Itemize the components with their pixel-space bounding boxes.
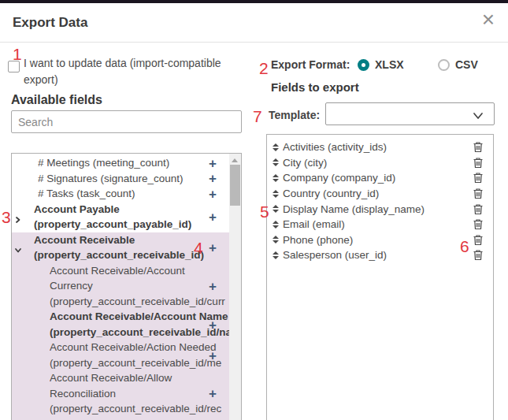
field-label-line: Account Receivable/Allowed: [50, 417, 230, 420]
delete-field-icon[interactable]: [473, 204, 483, 214]
field-label-line: Reconciliation: [50, 386, 230, 402]
scrollbar[interactable]: [229, 154, 241, 420]
delete-field-icon[interactable]: [473, 158, 483, 168]
field-label-line: Currency: [50, 278, 230, 294]
export-field-row[interactable]: Country (country_id): [267, 186, 493, 202]
chevron-down-icon[interactable]: [14, 243, 22, 251]
close-icon: ×: [482, 7, 495, 32]
export-field-row[interactable]: Display Name (display_name): [267, 201, 493, 217]
export-field-label: Company (company_id): [283, 172, 395, 184]
field-label-line: Account Receivable/Account Name: [50, 309, 230, 325]
export-format-label: Export Format:: [271, 58, 350, 71]
field-label-line: (property_account_receivable_id/nam: [50, 325, 230, 340]
add-field-icon[interactable]: +: [209, 348, 217, 362]
delete-field-icon[interactable]: [473, 219, 483, 229]
available-field-item[interactable]: Account Receivable/Account Name(property…: [12, 309, 230, 340]
field-label-line: (property_account_payable_id): [34, 217, 230, 232]
annotation-number-3: 3: [2, 209, 11, 225]
radio-xlsx[interactable]: XLSX: [358, 58, 404, 71]
annotation-number-2: 2: [259, 60, 269, 76]
export-field-label: Activities (activity_ids): [283, 141, 387, 153]
delete-field-icon[interactable]: [473, 173, 483, 183]
drag-handle-icon[interactable]: [273, 158, 279, 166]
drag-handle-icon[interactable]: [273, 205, 279, 213]
radio-xlsx-icon: [358, 59, 369, 71]
export-field-label: Country (country_id): [283, 188, 379, 199]
export-field-label: Phone (phone): [283, 234, 353, 246]
drag-handle-icon[interactable]: [273, 174, 279, 182]
drag-handle-icon[interactable]: [273, 221, 279, 229]
add-field-icon[interactable]: +: [209, 241, 217, 255]
export-field-row[interactable]: City (city): [267, 155, 493, 171]
export-field-label: Display Name (display_name): [283, 203, 425, 215]
annotation-number-6: 6: [460, 238, 469, 255]
add-field-icon[interactable]: +: [209, 210, 217, 224]
available-field-item[interactable]: # Meetings (meeting_count)+: [12, 155, 230, 171]
available-field-item[interactable]: Account Receivable/Action Needed(propert…: [12, 340, 230, 370]
export-field-label: Email (email): [283, 218, 345, 230]
scrollbar-thumb[interactable]: [230, 165, 240, 206]
drag-handle-icon[interactable]: [273, 190, 279, 198]
dialog-title: Export Data: [13, 15, 87, 31]
search-input[interactable]: [11, 110, 242, 133]
chevron-down-icon: [473, 110, 484, 124]
background-page-strip: [0, 0, 508, 3]
annotation-number-7: 7: [253, 108, 262, 125]
header-divider: [0, 42, 508, 43]
add-field-icon[interactable]: +: [209, 156, 217, 169]
annotation-number-4: 4: [194, 240, 203, 256]
radio-csv[interactable]: CSV: [438, 58, 478, 71]
add-field-icon[interactable]: +: [209, 387, 217, 400]
export-field-left: Display Name (display_name): [273, 203, 473, 215]
available-fields-heading: Available fields: [11, 93, 102, 107]
available-field-item[interactable]: # Signatures (signature_count)+: [12, 171, 230, 187]
add-field-icon[interactable]: +: [209, 318, 217, 331]
fields-to-export-heading: Fields to export: [271, 80, 359, 94]
add-field-icon[interactable]: +: [209, 279, 217, 292]
delete-field-icon[interactable]: [473, 142, 483, 152]
template-select[interactable]: [325, 102, 495, 125]
annotation-number-1: 1: [13, 46, 22, 62]
drag-handle-icon[interactable]: [273, 143, 279, 151]
export-field-row[interactable]: Email (email): [267, 217, 493, 232]
field-label-line: # Meetings (meeting_count): [38, 155, 230, 171]
export-field-row[interactable]: Company (company_id): [267, 170, 493, 186]
chevron-right-icon[interactable]: [14, 213, 22, 221]
delete-field-icon[interactable]: [473, 250, 483, 260]
annotation-number-5: 5: [260, 203, 269, 220]
field-label-line: (property_account_receivable_id/rec: [50, 401, 230, 417]
export-field-left: City (city): [273, 157, 473, 169]
close-button[interactable]: ×: [476, 8, 500, 32]
scrollbar-up-arrow-icon[interactable]: [232, 158, 238, 162]
available-field-item[interactable]: Account Receivable/Allowed: [12, 417, 230, 420]
export-data-dialog: Export Data × I want to update data (imp…: [0, 0, 508, 420]
drag-handle-icon[interactable]: [273, 236, 279, 243]
radio-xlsx-label: XLSX: [375, 58, 404, 71]
field-label-line: Account Receivable/Action Needed: [50, 340, 230, 355]
add-field-icon[interactable]: +: [209, 172, 217, 185]
radio-csv-icon: [438, 59, 450, 71]
export-field-label: Salesperson (user_id): [283, 249, 387, 261]
export-field-row[interactable]: Phone (phone): [267, 232, 493, 248]
template-label: Template:: [269, 109, 320, 121]
export-field-row[interactable]: Salesperson (user_id): [267, 247, 493, 263]
available-fields-list: # Meetings (meeting_count)+# Signatures …: [11, 153, 242, 420]
delete-field-icon[interactable]: [473, 235, 483, 245]
add-field-icon[interactable]: +: [209, 187, 217, 200]
export-field-left: Company (company_id): [273, 172, 473, 184]
export-field-left: Country (country_id): [273, 188, 473, 199]
field-label-line: # Signatures (signature_count): [38, 171, 230, 187]
field-label-line: Account Receivable/Allow: [50, 370, 230, 386]
export-field-left: Salesperson (user_id): [273, 249, 473, 261]
export-field-label: City (city): [283, 157, 327, 169]
available-field-item[interactable]: Account Payable(property_account_payable…: [12, 202, 230, 232]
available-field-item[interactable]: Account Receivable/AllowReconciliation(p…: [12, 370, 230, 417]
export-field-row[interactable]: Activities (activity_ids): [267, 139, 493, 155]
export-field-left: Phone (phone): [273, 234, 473, 246]
drag-handle-icon[interactable]: [273, 251, 279, 259]
available-field-item[interactable]: Account Receivable/AccountCurrency(prope…: [12, 263, 230, 310]
available-field-item[interactable]: # Tasks (task_count)+: [12, 186, 230, 202]
fields-to-export-list: Activities (activity_ids)City (city)Comp…: [266, 134, 494, 420]
delete-field-icon[interactable]: [473, 188, 483, 199]
field-label-line: Account Payable: [34, 202, 230, 217]
